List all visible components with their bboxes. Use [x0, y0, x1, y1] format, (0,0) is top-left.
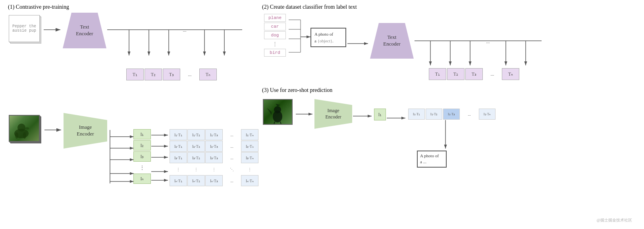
- zs-1: I₁·T₂: [426, 109, 442, 120]
- label-bird: bird: [264, 49, 286, 57]
- m-0-1: I₁·T₂: [187, 129, 205, 140]
- label-list: plane car dog ⋮ bird: [264, 14, 286, 57]
- i-column: I₁ I₂ I₃ ⋮ Iₙ: [133, 129, 151, 184]
- watermark: @掘士掘金技术社区: [597, 218, 632, 223]
- label-bracket-arrows: [289, 15, 312, 67]
- m-2-4: I₃·Tₙ: [241, 152, 258, 163]
- m-2-0: I₃·T₁: [170, 152, 187, 163]
- label-plane: plane: [264, 14, 286, 22]
- m-1-2: I₂·T₃: [205, 141, 223, 152]
- m-1-4: I₂·Tₙ: [241, 141, 258, 152]
- t-token-row: T₁ T₂ T₃ ... Tₙ: [126, 69, 217, 80]
- svg-marker-65: [276, 104, 280, 106]
- right-panel: (2) Create dataset classifier from label…: [262, 4, 636, 225]
- t2-t2-cell: T₂: [447, 68, 465, 80]
- m-4-1: Iₙ·T₂: [187, 175, 205, 186]
- image-encoder-1: Image Encoder: [64, 113, 107, 149]
- dot-product-matrix: I₁·T₁ I₁·T₂ I₁·T₃ ... I₁·Tₙ I₂·T₁ I₂·T₂ …: [170, 129, 258, 186]
- image-input-stack: [9, 115, 44, 146]
- m-4-4: Iₙ·Tₙ: [241, 175, 258, 186]
- t1-cell: T₁: [126, 69, 144, 80]
- m-3-2: ⋮: [205, 164, 223, 175]
- text-input-stack: Pepper the aussie pup: [9, 15, 43, 46]
- m-1-1: I₂·T₂: [187, 141, 205, 152]
- text-encoder-2: Text Encoder: [370, 23, 414, 59]
- m-4-0: Iₙ·T₁: [170, 175, 187, 186]
- arrow-i1-to-row: [387, 114, 409, 122]
- section2-title: (2) Create dataset classifier from label…: [262, 4, 357, 10]
- svg-point-64: [274, 106, 281, 113]
- svg-point-15: [17, 124, 25, 132]
- i1-cell: I₁: [133, 129, 151, 139]
- m-1-0: I₂·T₁: [170, 141, 187, 152]
- svg-marker-68: [267, 108, 272, 115]
- t2-t3-cell: T₃: [465, 68, 483, 80]
- i-to-matrix-arrows: [151, 130, 171, 185]
- photo-result-box: A photo ofa ...: [417, 151, 447, 168]
- svg-line-67: [280, 122, 282, 125]
- in-cell: Iₙ: [133, 174, 151, 184]
- label-car: car: [264, 23, 286, 31]
- zs-0: I₁·T₁: [408, 109, 425, 120]
- m-2-2: I₃·T₃: [205, 152, 223, 163]
- i1-zeroshot-cell: I₁: [374, 109, 386, 120]
- m-3-3: ⋱: [223, 164, 241, 175]
- t3-cell: T₃: [163, 69, 180, 80]
- bird-image: [263, 99, 295, 126]
- t2-ellipsis: ...: [484, 68, 501, 80]
- svg-point-17: [23, 132, 26, 139]
- m-1-3: ...: [223, 141, 241, 152]
- m-3-4: ⋮: [241, 164, 258, 175]
- arrow-zs-to-result: [442, 120, 449, 152]
- t2-tn-cell: Tₙ: [502, 68, 519, 80]
- i-dots-cell: ⋮: [133, 162, 151, 173]
- main-diagram: (1) Contrastive pre-training Pepper the …: [0, 0, 644, 229]
- m-2-3: ...: [223, 152, 241, 163]
- image-encoder-2: Image Encoder: [314, 99, 352, 129]
- i3-cell: I₃: [133, 151, 151, 162]
- m-0-2: I₁·T₃: [205, 129, 223, 140]
- m-4-2: Iₙ·T₃: [205, 175, 223, 186]
- left-panel: (1) Contrastive pre-training Pepper the …: [8, 4, 254, 225]
- m-0-3: ...: [223, 129, 241, 140]
- text-encoder-1: Text Encoder: [63, 13, 106, 48]
- section1-title: (1) Contrastive pre-training: [8, 4, 69, 10]
- m-2-1: I₃·T₂: [187, 152, 205, 163]
- m-3-1: ⋮: [187, 164, 205, 175]
- m-0-0: I₁·T₁: [170, 129, 187, 140]
- arrow-template-to-encoder2: [347, 40, 371, 48]
- arrow-encoder2-to-i1: [353, 112, 375, 120]
- zs-2: I₁·T₃: [443, 109, 460, 120]
- svg-text:...: ...: [486, 39, 490, 44]
- photo-template-box: A photo ofa {object}.: [310, 28, 346, 47]
- t2-t1-cell: T₁: [429, 68, 446, 80]
- arrow-bird-to-encoder2: [296, 110, 316, 118]
- svg-point-16: [15, 132, 18, 139]
- i2-cell: I₂: [133, 140, 151, 151]
- m-4-3: ...: [223, 175, 241, 186]
- svg-text:...: ...: [183, 27, 187, 33]
- m-0-4: I₁·Tₙ: [241, 129, 258, 140]
- text-input-label: Pepper the aussie pup: [12, 24, 36, 33]
- svg-point-18: [25, 127, 29, 130]
- label-dog: dog: [264, 31, 286, 39]
- m-3-0: ⋮: [170, 164, 187, 175]
- arrow-text-to-encoder: [44, 26, 64, 34]
- svg-line-66: [274, 122, 275, 125]
- zeroshot-product-row: I₁·T₁ I₁·T₂ I₁·T₃ ... I₁·Tₙ: [408, 109, 496, 120]
- arrow-img-to-encoder: [44, 126, 64, 134]
- tn-cell: Tₙ: [199, 69, 217, 80]
- t2-token-row: T₁ T₂ T₃ ... Tₙ: [429, 68, 519, 80]
- zs-3: ...: [461, 109, 478, 120]
- t2-cell: T₂: [145, 69, 162, 80]
- section3-title: (3) Use for zero-shot prediction: [262, 87, 332, 94]
- zs-4: I₁·Tₙ: [479, 109, 496, 120]
- t-ellipsis-cell: ...: [181, 69, 199, 80]
